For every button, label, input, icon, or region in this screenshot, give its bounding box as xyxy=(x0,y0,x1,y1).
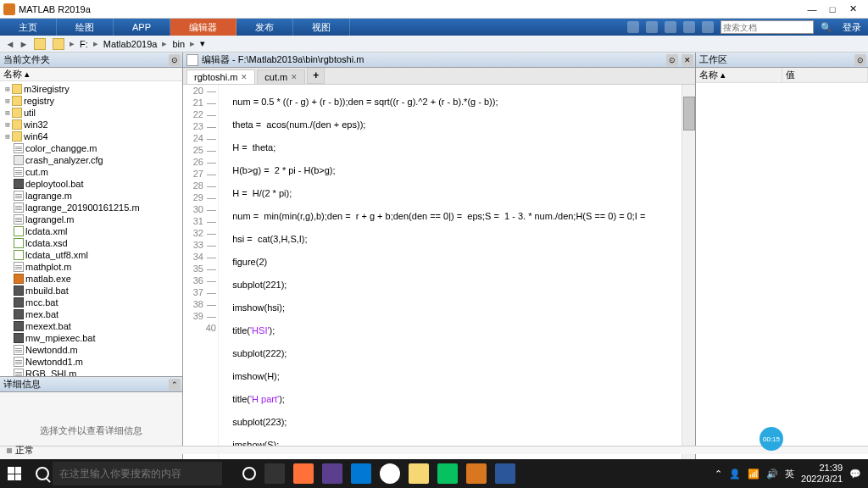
tray-volume-icon[interactable]: 🔊 xyxy=(766,469,778,480)
taskbar: ⌃ 👤 📶 🔊 英 21:39 2022/3/21 💬 xyxy=(0,459,868,488)
tab-add-button[interactable]: + xyxy=(307,67,325,84)
maximize-button[interactable]: □ xyxy=(827,4,837,14)
cut-icon[interactable] xyxy=(646,21,658,33)
tree-file[interactable]: mcc.bat xyxy=(2,297,181,308)
tree-file[interactable]: mbuild.bat xyxy=(2,285,181,297)
edge-icon[interactable] xyxy=(351,463,371,484)
tree-file[interactable]: mexext.bat xyxy=(2,320,181,332)
doc-search-input[interactable] xyxy=(721,20,814,34)
statusbar: 正常 xyxy=(0,446,868,454)
windows-logo-icon xyxy=(8,467,21,480)
scroll-thumb[interactable] xyxy=(683,97,695,130)
tree-file[interactable]: lagrange.m xyxy=(2,190,181,202)
tree-folder[interactable]: ⊞util xyxy=(2,107,181,119)
firefox-icon[interactable] xyxy=(293,463,314,484)
system-tray[interactable]: ⌃ 👤 📶 🔊 英 21:39 2022/3/21 💬 xyxy=(715,463,868,485)
tree-folder[interactable]: ⊞win32 xyxy=(2,119,181,130)
word-icon[interactable] xyxy=(495,463,515,484)
breadcrumb-p1[interactable]: Matlab2019a xyxy=(100,39,161,49)
matlab-task-icon[interactable] xyxy=(466,463,487,484)
workspace-col-value[interactable]: 值 xyxy=(782,68,869,82)
start-button[interactable] xyxy=(0,459,29,488)
tree-folder[interactable]: ⊞m3iregistry xyxy=(2,83,181,95)
toolstrip: 主页 绘图 APP 编辑器 发布 视图 🔍 登录 xyxy=(0,19,868,36)
paste-icon[interactable] xyxy=(683,21,695,33)
tab-plot[interactable]: 绘图 xyxy=(57,19,114,36)
workspace-header: 工作区 ⊙ xyxy=(696,53,868,68)
tray-chevron-icon[interactable]: ⌃ xyxy=(715,469,722,480)
tree-folder[interactable]: ⊞win64 xyxy=(2,130,181,142)
cortana-icon[interactable] xyxy=(242,467,256,480)
save-icon[interactable] xyxy=(627,21,639,33)
tree-file[interactable]: lagrangel.m xyxy=(2,214,181,225)
folder-up-icon[interactable] xyxy=(34,38,46,50)
help-icon[interactable] xyxy=(702,21,714,33)
workspace-menu-icon[interactable]: ⊙ xyxy=(854,54,866,66)
tree-file[interactable]: lagrange_201900161215.m xyxy=(2,202,181,214)
tab-view[interactable]: 视图 xyxy=(293,19,350,36)
login-button[interactable]: 登录 xyxy=(839,21,865,34)
tab-app[interactable]: APP xyxy=(114,19,170,36)
close-button[interactable]: ✕ xyxy=(848,4,858,14)
tree-file[interactable]: lcdata_utf8.xml xyxy=(2,249,181,261)
tree-file[interactable]: Newtondd.m xyxy=(2,344,181,356)
search-submit-icon[interactable]: 🔍 xyxy=(821,22,832,33)
tab-editor[interactable]: 编辑器 xyxy=(170,19,236,36)
tab-close-icon[interactable]: ✕ xyxy=(291,73,298,81)
editor-scrollbar[interactable] xyxy=(682,85,695,488)
minimize-button[interactable]: — xyxy=(807,4,817,14)
breadcrumb-p2[interactable]: bin xyxy=(169,39,188,49)
file-column-name[interactable]: 名称 ▴ xyxy=(0,68,182,81)
tree-folder[interactable]: ⊞registry xyxy=(2,95,181,107)
copy-icon[interactable] xyxy=(665,21,676,33)
tab-close-icon[interactable]: ✕ xyxy=(241,73,248,81)
devtools-icon[interactable] xyxy=(322,463,342,484)
explorer-icon[interactable] xyxy=(409,463,429,484)
panel-menu-icon[interactable]: ⊙ xyxy=(169,54,181,66)
tree-file[interactable]: mex.bat xyxy=(2,308,181,320)
wechat-icon[interactable] xyxy=(437,463,458,484)
tab-publish[interactable]: 发布 xyxy=(236,19,293,36)
file-browser[interactable]: ⊞m3iregistry ⊞registry ⊞util ⊞win32 ⊞win… xyxy=(0,81,182,376)
taskbar-search-input[interactable] xyxy=(53,462,222,485)
tree-file[interactable]: matlab.exe xyxy=(2,273,181,285)
tray-ime-icon[interactable]: 英 xyxy=(785,468,794,480)
details-collapse-icon[interactable]: ⌃ xyxy=(169,379,181,391)
tree-file[interactable]: lcdata.xml xyxy=(2,225,181,237)
tree-file[interactable]: cut.m xyxy=(2,166,181,178)
recorder-badge[interactable]: 00:15 xyxy=(760,427,783,451)
editor-tabs: rgbtoshi.m✕ cut.m✕ + xyxy=(183,68,695,85)
tree-file[interactable]: color_changge.m xyxy=(2,142,181,154)
tab-home[interactable]: 主页 xyxy=(0,19,57,36)
taskview-icon[interactable] xyxy=(264,463,285,484)
chrome-icon[interactable] xyxy=(380,463,400,484)
code-editor[interactable]: num = 0.5 * ((r - g) + (r - b));den = sq… xyxy=(219,85,682,488)
tree-file[interactable]: mw_mpiexec.bat xyxy=(2,332,181,344)
line-gutter: 20— 21— 22— 23— 24— 25— 26— 27— 28— 29— … xyxy=(183,85,219,488)
folder-icon xyxy=(53,38,64,50)
tree-file[interactable]: RGB_SHI.m xyxy=(2,368,181,376)
tree-file[interactable]: Newtondd1.m xyxy=(2,356,181,368)
editor-close-icon[interactable]: ✕ xyxy=(682,54,693,66)
breadcrumb-drive[interactable]: F: xyxy=(76,39,92,49)
editor-tab[interactable]: cut.m✕ xyxy=(257,69,305,84)
editor-doc-icon xyxy=(186,54,198,66)
taskbar-clock[interactable]: 21:39 2022/3/21 xyxy=(801,463,843,485)
editor-tab-active[interactable]: rgbtoshi.m✕ xyxy=(186,69,255,84)
nav-back-icon[interactable]: ◄ xyxy=(3,37,17,51)
workspace-col-name[interactable]: 名称 ▴ xyxy=(696,68,782,82)
tree-file[interactable]: deploytool.bat xyxy=(2,178,181,190)
nav-forward-icon[interactable]: ► xyxy=(17,37,31,51)
tree-file[interactable]: lcdata.xsd xyxy=(2,237,181,249)
matlab-icon xyxy=(3,3,15,15)
workspace-body[interactable] xyxy=(696,83,868,469)
tray-people-icon[interactable]: 👤 xyxy=(729,469,741,480)
tree-file[interactable]: crash_analyzer.cfg xyxy=(2,154,181,166)
tree-file[interactable]: mathplot.m xyxy=(2,261,181,273)
taskbar-search-icon[interactable] xyxy=(36,467,49,480)
tray-network-icon[interactable]: 📶 xyxy=(748,469,760,480)
notifications-icon[interactable]: 💬 xyxy=(849,469,861,480)
current-folder-header: 当前文件夹 ⊙ xyxy=(0,53,182,68)
addr-dropdown-icon[interactable]: ▾ xyxy=(197,38,209,49)
editor-menu-icon[interactable]: ⊙ xyxy=(666,54,678,66)
